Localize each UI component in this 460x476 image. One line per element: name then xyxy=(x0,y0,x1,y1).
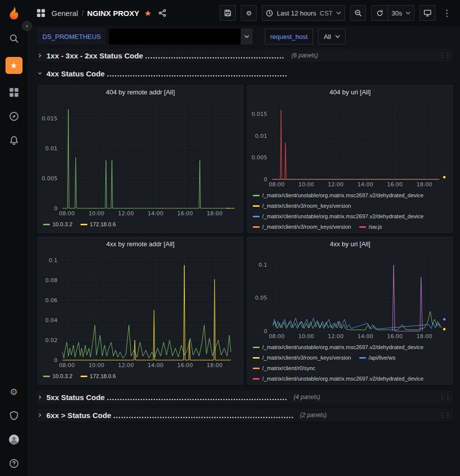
legend-item[interactable]: /_matrix/client/unstable/org.matrix.msc2… xyxy=(253,374,424,384)
row-drag-handle[interactable]: ⋮⋮ xyxy=(437,52,453,59)
dashboard-header: General / NGINX PROXY ★ ⚙ Last 12 hours xyxy=(27,0,460,26)
save-dashboard-button[interactable] xyxy=(220,5,236,21)
sidebar-expand-button[interactable]: › xyxy=(22,21,32,31)
panel-grid: 404 by remote addr [All] 00.0050.010.015… xyxy=(37,85,453,385)
datasource-dropdown[interactable] xyxy=(109,28,253,44)
star-icon: ★ xyxy=(10,60,17,70)
refresh-interval-label: 30s xyxy=(392,9,402,17)
legend-item[interactable]: /_matrix/client/unstable/org.matrix.msc2… xyxy=(253,342,424,352)
dashboards-icon[interactable] xyxy=(8,87,19,98)
legend-item[interactable]: /_matrix/client/unstable/org.matrix.msc2… xyxy=(253,211,424,221)
svg-text:16:00: 16:00 xyxy=(387,333,403,340)
row-5xx[interactable]: › 5xx Status Code ......................… xyxy=(37,391,453,404)
refresh-button[interactable] xyxy=(372,5,388,20)
svg-text:08:00: 08:00 xyxy=(269,181,285,188)
alerting-bell-icon[interactable] xyxy=(8,135,19,146)
svg-text:10:00: 10:00 xyxy=(88,362,104,369)
legend-item[interactable]: 172.18.0.6 xyxy=(80,219,116,229)
configuration-gear-icon[interactable]: ⚙ xyxy=(8,386,19,397)
grafana-logo[interactable] xyxy=(5,5,22,22)
svg-text:10:00: 10:00 xyxy=(298,181,314,188)
chart-canvas[interactable]: 00.0050.010.01508:0010:0012:0014:0016:00… xyxy=(38,98,243,217)
svg-text:12:00: 12:00 xyxy=(118,362,134,369)
kebab-menu-icon[interactable]: ⋮ xyxy=(441,8,453,18)
panel-title[interactable]: 404 by remote addr [All] xyxy=(38,85,243,98)
explore-compass-icon[interactable] xyxy=(8,111,19,122)
legend-item[interactable]: /_matrix/client/v3/room_keys/version xyxy=(253,353,351,363)
legend-item[interactable]: 10.0.3.2 xyxy=(43,371,72,381)
legend-marker xyxy=(253,347,260,348)
legend-label: /_matrix/client/unstable/org.matrix.msc2… xyxy=(262,374,424,384)
row-title-dots: ........................................… xyxy=(145,51,284,60)
apps-grid-icon[interactable] xyxy=(36,8,45,17)
legend-label: /_matrix/client/v3/room_keys/version xyxy=(262,201,351,211)
legend-marker xyxy=(253,368,260,369)
legend-marker xyxy=(43,224,50,225)
svg-text:16:00: 16:00 xyxy=(387,181,403,188)
sidebar-nav-bottom: ⚙ xyxy=(8,386,19,471)
dashboard-body: › 1xx - 3xx - 2xx Status Code ..........… xyxy=(27,47,460,476)
svg-text:14:00: 14:00 xyxy=(357,181,373,188)
legend-marker xyxy=(253,357,260,359)
request-host-value: All xyxy=(324,33,331,40)
time-range-picker[interactable]: Last 12 hours CST xyxy=(262,5,345,21)
chevron-down-icon xyxy=(336,11,341,14)
breadcrumb-section[interactable]: General xyxy=(51,9,78,17)
svg-text:0.01: 0.01 xyxy=(45,145,58,152)
panel-4xx-by-remote-addr: 4xx by remote addr [All] 00.020.040.060.… xyxy=(37,237,243,385)
legend-item[interactable]: /sw.js xyxy=(359,222,382,232)
chevron-right-icon: › xyxy=(26,22,28,29)
legend-label: /sw.js xyxy=(369,222,382,232)
refresh-interval-dropdown[interactable]: 30s xyxy=(388,5,414,20)
zoom-out-icon xyxy=(354,9,362,17)
request-host-dropdown[interactable]: All xyxy=(318,28,345,44)
chart-canvas[interactable]: 00.0050.010.01508:0010:0012:0014:0016:00… xyxy=(248,98,453,188)
row-6xx[interactable]: › 6xx > Status Code ....................… xyxy=(37,409,453,422)
legend-item[interactable]: /_matrix/client/r0/sync xyxy=(253,363,315,373)
user-avatar[interactable] xyxy=(8,434,19,445)
row-title-dots: ........................................… xyxy=(113,411,293,420)
chevron-down-icon xyxy=(406,11,411,14)
zoom-out-button[interactable] xyxy=(350,5,366,21)
row-drag-handle[interactable]: ⋮⋮ xyxy=(437,394,453,401)
svg-text:0.06: 0.06 xyxy=(45,297,58,304)
svg-text:0.04: 0.04 xyxy=(45,317,58,324)
svg-text:0.005: 0.005 xyxy=(42,175,58,182)
row-drag-handle[interactable]: ⋮⋮ xyxy=(437,412,453,419)
panel-title[interactable]: 4xx by uri [All] xyxy=(248,237,453,250)
row-4xx[interactable]: › 4xx Status Code ......................… xyxy=(37,67,453,80)
help-icon[interactable] xyxy=(8,458,19,469)
legend-marker xyxy=(253,216,260,217)
dashboard-settings-button[interactable]: ⚙ xyxy=(241,5,257,21)
panel-title[interactable]: 4xx by remote addr [All] xyxy=(38,237,243,250)
server-admin-shield-icon[interactable] xyxy=(8,410,19,421)
legend-item[interactable]: /_matrix/client/v3/room_keys/version xyxy=(253,222,351,232)
svg-text:0.02: 0.02 xyxy=(45,337,58,344)
starred-dashboards-icon[interactable]: ★ xyxy=(5,57,22,74)
legend-marker xyxy=(359,357,366,359)
favorite-star-icon[interactable]: ★ xyxy=(144,8,151,18)
panel-title[interactable]: 404 by uri [All] xyxy=(248,85,453,98)
legend: 10.0.3.2172.18.0.6 xyxy=(38,217,243,232)
legend-item[interactable]: /_matrix/client/v3/room_keys/version xyxy=(253,201,351,211)
panel-404-by-remote-addr: 404 by remote addr [All] 00.0050.010.015… xyxy=(37,85,243,233)
share-icon[interactable] xyxy=(158,9,166,17)
legend-item[interactable]: 10.0.3.2 xyxy=(43,219,72,229)
clock-icon xyxy=(266,9,273,17)
chevron-down-icon xyxy=(335,35,340,38)
row-1xx-3xx-2xx[interactable]: › 1xx - 3xx - 2xx Status Code ..........… xyxy=(37,49,453,62)
svg-text:10:00: 10:00 xyxy=(298,333,314,340)
svg-text:0.05: 0.05 xyxy=(255,295,268,301)
chart-canvas[interactable]: 00.050.108:0010:0012:0014:0016:0018:00 xyxy=(248,250,453,340)
chart-canvas[interactable]: 00.020.040.060.080.108:0010:0012:0014:00… xyxy=(38,250,243,369)
search-icon[interactable] xyxy=(8,33,19,44)
chevron-right-icon: › xyxy=(37,51,42,60)
legend-item[interactable]: /api/live/ws xyxy=(359,353,396,363)
svg-text:14:00: 14:00 xyxy=(147,362,163,369)
variable-label-request-host: request_host xyxy=(265,28,313,44)
legend-item[interactable]: 172.18.0.6 xyxy=(80,371,116,381)
svg-text:0.005: 0.005 xyxy=(252,154,268,161)
tv-mode-button[interactable] xyxy=(420,5,436,21)
svg-text:0: 0 xyxy=(264,328,267,335)
legend-item[interactable]: /_matrix/client/unstable/org.matrix.msc2… xyxy=(253,190,424,200)
